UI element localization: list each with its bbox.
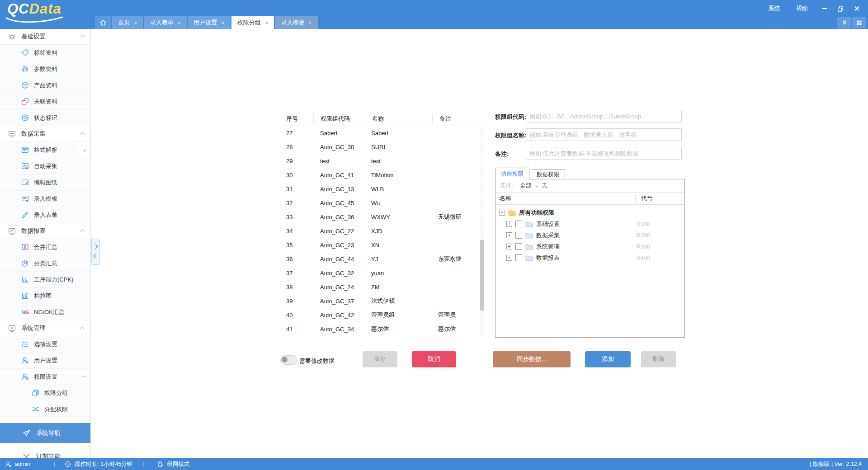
select-all-link[interactable]: 全部 (520, 182, 532, 190)
tab-item[interactable]: 录入模板× (275, 16, 318, 29)
table-header-cell[interactable]: 序号 (279, 114, 314, 124)
table-cell: 37 (279, 270, 313, 277)
sidebar-item[interactable]: NGNG/OK汇总 (0, 304, 90, 320)
sidebar-custom-button[interactable]: 订制功能 (0, 447, 90, 458)
tab-close-icon[interactable]: × (134, 19, 137, 26)
table-row[interactable]: 38Auto_GC_24ZM (279, 280, 485, 294)
tab-home[interactable] (95, 16, 111, 29)
table-header-cell[interactable]: 权限组代码 (314, 114, 365, 124)
group-name-input[interactable] (526, 128, 682, 141)
sidebar-item[interactable]: 选项设置 (0, 336, 90, 352)
tree-node-row[interactable]: +数据采集R200 (495, 230, 684, 241)
sync-data-button[interactable]: 同步数据... (493, 351, 571, 367)
sidebar-item[interactable]: 录入表单 (0, 207, 90, 223)
sidebar-item[interactable]: 分类汇总 (0, 255, 90, 272)
tree-node-checkbox[interactable] (515, 243, 522, 250)
delete-button[interactable]: 删除 (641, 351, 676, 367)
chevron-right-icon[interactable] (94, 244, 98, 249)
tree-node-checkbox[interactable] (515, 254, 522, 261)
menu-help[interactable]: 帮助 (788, 3, 816, 14)
save-button[interactable]: 保存 (363, 351, 397, 367)
add-button[interactable]: 添加 (585, 351, 631, 367)
sidebar-item[interactable]: 合并汇总 (0, 239, 90, 255)
tree-expand-box[interactable]: + (506, 244, 512, 249)
table-row[interactable]: 31Auto_GC_13WLB (279, 182, 485, 196)
table-row[interactable]: 33Auto_GC_36WXWY无锡微研 (279, 210, 485, 224)
sidebar-nav-button[interactable]: 系统导航 (0, 423, 90, 443)
select-none-link[interactable]: 无 (542, 182, 547, 190)
sidebar-collapse-control[interactable] (91, 238, 100, 265)
table-row[interactable]: 42Auto_GC_46拉美医疗拉美医疗 (279, 336, 485, 337)
sidebar-item[interactable]: 权限设置− (0, 369, 90, 385)
restore-button[interactable] (833, 4, 848, 14)
cancel-button[interactable]: 取消 (412, 351, 456, 367)
tree-collapse-box[interactable]: − (499, 210, 505, 216)
close-button[interactable]: ✕ (849, 4, 864, 14)
quick-action-button[interactable]: − (79, 369, 90, 385)
sidebar-item[interactable]: 编辑图纸 (0, 174, 90, 191)
tree-expand-box[interactable]: + (506, 255, 512, 261)
sidebar-subitem[interactable]: 权限分组 (0, 385, 90, 401)
user-gear-icon (5, 461, 12, 468)
tree-node-row[interactable]: +基础设置R100 (495, 218, 684, 230)
tree-root-row[interactable]: −所有功能权限 (495, 207, 684, 218)
sidebar-item[interactable]: 参数资料 (0, 61, 90, 77)
table-row[interactable]: 34Auto_GC_22XJD (279, 224, 485, 238)
table-row[interactable]: 40Auto_GC_42管理员组管理员 (279, 308, 485, 322)
tab-close-icon[interactable]: × (308, 19, 312, 26)
tree-node-checkbox[interactable] (515, 232, 522, 239)
menu-system[interactable]: 系统 (760, 3, 788, 14)
table-row[interactable]: 30Auto_GC_41TiMotion (279, 168, 485, 182)
table-row[interactable]: 27SabertSabert (279, 126, 485, 140)
chevron-left-icon[interactable] (94, 254, 98, 258)
tab-function-permission[interactable]: 功能权限 (495, 168, 529, 180)
table-row[interactable]: 36Auto_GC_44YJ东莞永捷 (279, 252, 485, 266)
tab-item[interactable]: 录入表单× (144, 16, 187, 29)
sidebar-section-header[interactable]: 系统管理 (0, 320, 90, 336)
sidebar-item[interactable]: 工序能力(CPK) (0, 272, 90, 288)
sidebar-item[interactable]: 产品资料 (0, 77, 90, 94)
minimize-button[interactable] (816, 4, 832, 14)
sidebar-item[interactable]: 录入模板 (0, 191, 90, 207)
tab-data-permission[interactable]: 数据权限 (531, 169, 565, 180)
sidebar-item[interactable]: 标签资料 (0, 45, 90, 61)
sidebar-subitem[interactable]: 分配权限 (0, 401, 90, 418)
table-scrollbar-thumb[interactable] (480, 240, 484, 311)
modify-data-toggle[interactable] (280, 355, 297, 365)
table-row[interactable]: 35Auto_GC_23XN (279, 238, 485, 252)
table-header-cell[interactable]: 备注 (433, 114, 485, 124)
tab-close-icon[interactable]: × (221, 19, 225, 26)
quick-action-button[interactable]: + (79, 142, 90, 158)
tab-item[interactable]: 权限分组× (231, 16, 274, 29)
sidebar-section-header[interactable]: 数据报表 (0, 223, 90, 239)
sidebar-section-header[interactable]: 数据采集 (0, 126, 90, 142)
table-row[interactable]: 39Auto_GC_37法式伊顿 (279, 294, 485, 308)
sidebar: 基础设置标签资料参数资料产品资料关联资料状态标记数据采集格式解析+自动采集编辑图… (0, 29, 91, 458)
table-row[interactable]: 28Auto_GC_30SURI (279, 140, 485, 154)
tab-item[interactable]: 用户设置× (188, 16, 231, 29)
tree-node-checkbox[interactable] (515, 221, 522, 227)
tree-node-row[interactable]: +数据报表R400 (495, 252, 684, 263)
table-row[interactable]: 32Auto_GC_45Wu (279, 196, 485, 210)
sidebar-item[interactable]: 格式解析+ (0, 142, 90, 158)
tree-node-row[interactable]: +系统管理R300 (495, 241, 684, 252)
table-row[interactable]: 29testtest (279, 154, 485, 168)
tab-scroll-button[interactable] (837, 17, 851, 28)
sidebar-item[interactable]: 关联资料 (0, 94, 90, 110)
tree-expand-box[interactable]: + (506, 221, 512, 227)
tab-close-icon[interactable]: × (178, 19, 181, 26)
table-row[interactable]: 41Auto_GC_34惠尔信惠尔信 (279, 322, 485, 336)
tree-expand-box[interactable]: + (506, 232, 512, 238)
note-input[interactable] (526, 147, 682, 160)
sidebar-item[interactable]: 用户设置 (0, 352, 90, 369)
table-row[interactable]: 37Auto_GC_32yuan (279, 266, 485, 280)
sidebar-section-header[interactable]: 基础设置 (0, 29, 90, 45)
sidebar-item[interactable]: 状态标记 (0, 110, 90, 126)
group-code-input[interactable] (526, 110, 682, 122)
sidebar-item[interactable]: 自动采集 (0, 158, 90, 174)
tab-list-button[interactable] (852, 17, 866, 28)
tab-close-icon[interactable]: × (265, 19, 269, 26)
sidebar-item[interactable]: 柏拉图 (0, 288, 90, 304)
tab-item[interactable]: 首页× (112, 16, 143, 29)
table-header-cell[interactable]: 名称 (365, 114, 433, 124)
